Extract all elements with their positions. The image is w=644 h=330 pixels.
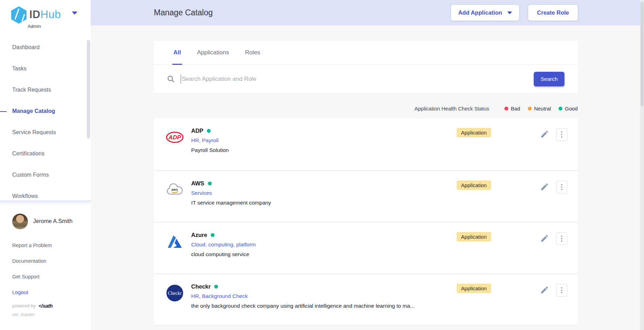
sidebar-item-dashboard[interactable]: Dashboard <box>0 37 91 58</box>
legend-good-label: Good <box>565 106 578 112</box>
app-tags-link[interactable]: HR, Background Check <box>191 293 248 299</box>
adp-logo-text: ADP <box>168 134 181 141</box>
version-label: ver. master <box>12 312 91 317</box>
catalog-row-checkr: Checkr Checkr HR, Background Check the o… <box>154 273 578 325</box>
row-text: AWS Services IT service management compa… <box>191 180 457 222</box>
edit-icon[interactable] <box>540 285 549 294</box>
user-name: Jerome A.Smith <box>33 218 73 224</box>
tab-roles[interactable]: Roles <box>245 41 260 65</box>
idhub-hexagon-icon <box>9 5 28 25</box>
legend-title: Application Health Check Status <box>414 106 489 112</box>
brand-subtitle: Admin <box>28 24 41 29</box>
sidebar-nav: Dashboard Tasks Track Requests Manage Ca… <box>0 37 91 207</box>
sidebar-item-service-requests[interactable]: Service Requests <box>0 122 91 143</box>
legend-bad: Bad <box>504 106 520 112</box>
edit-icon[interactable] <box>540 130 549 139</box>
logout-link[interactable]: Logout <box>0 284 91 300</box>
content: All Applications Roles Search Applicatio… <box>91 41 644 325</box>
aws-logo-text: aws <box>172 187 178 191</box>
sidebar: IDHub Admin Dashboard Tasks Track Reques… <box>0 0 91 330</box>
sidebar-item-label: Dashboard <box>12 44 39 51</box>
chevron-down-icon[interactable] <box>72 11 77 15</box>
type-badge: Application <box>457 181 491 190</box>
sidebar-item-label: Certifications <box>12 151 44 157</box>
search-input[interactable] <box>182 76 527 83</box>
add-application-button[interactable]: Add Application <box>451 5 519 21</box>
legend-good: Good <box>559 106 578 112</box>
type-badge: Application <box>457 232 491 241</box>
page-scrollbar-thumb[interactable] <box>641 2 644 106</box>
type-badge: Application <box>457 284 491 293</box>
aws-logo: aws <box>166 181 184 199</box>
sidebar-scrollbar[interactable] <box>87 40 90 139</box>
create-role-button[interactable]: Create Role <box>528 5 578 21</box>
logo-block: IDHub Admin <box>0 0 91 33</box>
page-scrollbar[interactable] <box>640 0 644 330</box>
edit-icon[interactable] <box>540 234 549 243</box>
add-application-label: Add Application <box>458 9 502 16</box>
edit-icon[interactable] <box>540 182 549 191</box>
report-a-problem-link[interactable]: Report a Problem <box>0 237 91 253</box>
more-options-button[interactable] <box>556 232 567 245</box>
app-description: Payroll Solution <box>191 147 457 153</box>
divider <box>0 200 91 205</box>
checkr-logo-text: Checkr <box>168 291 182 296</box>
app-tags-link[interactable]: Cloud. computing, platform <box>191 241 256 248</box>
sidebar-item-label: Tasks <box>12 66 27 72</box>
status-good-dot <box>208 182 212 185</box>
status-good-dot <box>207 129 211 133</box>
app-tags-link[interactable]: Services <box>191 190 212 196</box>
type-badge: Application <box>457 128 491 137</box>
tab-applications[interactable]: Applications <box>197 41 229 65</box>
sidebar-item-label: Track Requests <box>12 87 51 93</box>
page-title: Manage Catalog <box>154 8 213 17</box>
legend-neutral-label: Neutral <box>534 106 551 112</box>
sidebar-item-label: Custom Forms <box>12 172 49 178</box>
row-controls: Application <box>457 283 578 325</box>
catalog-row-adp: ADP ADP HR, Payroll Payroll Solution App… <box>154 118 578 170</box>
neutral-status-dot <box>528 107 532 110</box>
sath-logo: </sath <box>38 303 53 309</box>
active-indicator <box>0 111 7 112</box>
health-check-legend: Application Health Check Status Bad Neut… <box>154 106 578 112</box>
row-text: Checkr HR, Background Check the only bac… <box>191 283 457 325</box>
user-row[interactable]: Jerome A.Smith <box>12 213 91 230</box>
row-controls: Application <box>457 180 578 222</box>
search-bar: Search <box>154 65 578 93</box>
good-status-dot <box>559 107 562 110</box>
sidebar-item-label: Manage Catalog <box>12 108 55 114</box>
avatar <box>12 214 28 229</box>
row-controls: Application <box>457 232 578 273</box>
app-description: the only background check company using … <box>191 303 457 309</box>
azure-logo <box>166 232 184 251</box>
brand-hub: Hub <box>40 8 61 21</box>
status-good-dot <box>211 233 215 237</box>
top-header: Manage Catalog Add Application Create Ro… <box>91 0 644 25</box>
sidebar-item-track-requests[interactable]: Track Requests <box>0 79 91 100</box>
tab-all[interactable]: All <box>173 41 181 65</box>
app-name: Azure <box>191 232 207 238</box>
sidebar-item-manage-catalog[interactable]: Manage Catalog <box>0 100 91 122</box>
more-options-button[interactable] <box>556 284 567 297</box>
catalog-row-aws: aws AWS Services IT service management c… <box>154 170 578 222</box>
main-area: Manage Catalog Add Application Create Ro… <box>91 0 644 330</box>
app-name: Checkr <box>191 283 211 290</box>
catalog-row-azure: Azure Cloud. computing, platform cloud c… <box>154 222 578 273</box>
more-options-button[interactable] <box>556 181 567 193</box>
sidebar-item-tasks[interactable]: Tasks <box>0 58 91 79</box>
sidebar-item-custom-forms[interactable]: Custom Forms <box>0 164 91 185</box>
bad-status-dot <box>504 107 508 110</box>
search-button[interactable]: Search <box>534 72 564 86</box>
app-tags-link[interactable]: HR, Payroll <box>191 137 218 144</box>
tabs: All Applications Roles <box>154 41 578 65</box>
brand-name: IDHub <box>29 8 61 21</box>
documentation-link[interactable]: Documentation <box>0 253 91 269</box>
catalog-list: ADP ADP HR, Payroll Payroll Solution App… <box>154 118 578 325</box>
powered-by-row: powered by </sath <box>12 303 91 309</box>
get-support-link[interactable]: Get Support <box>0 269 91 284</box>
row-text: Azure Cloud. computing, platform cloud c… <box>191 232 457 273</box>
more-options-button[interactable] <box>556 128 567 141</box>
row-text: ADP HR, Payroll Payroll Solution <box>191 128 457 170</box>
sidebar-item-certifications[interactable]: Certifications <box>0 143 91 164</box>
legend-bad-label: Bad <box>511 106 520 112</box>
